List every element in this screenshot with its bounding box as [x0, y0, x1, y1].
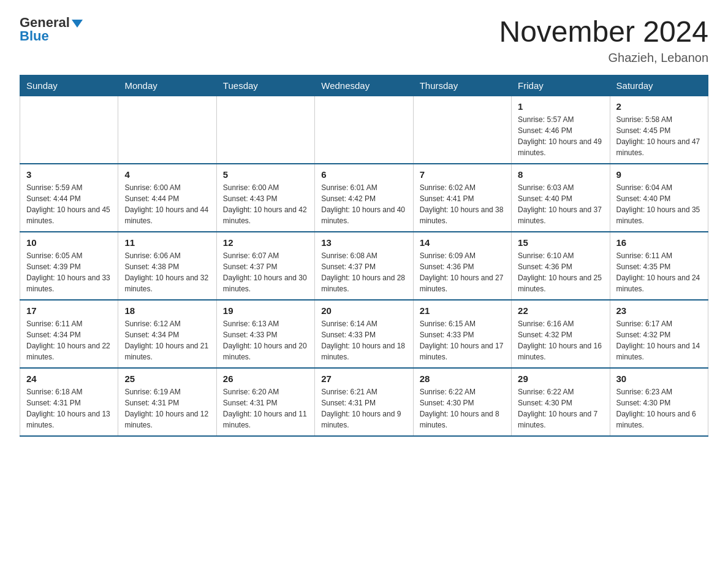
table-row: 25Sunrise: 6:19 AM Sunset: 4:31 PM Dayli…: [118, 368, 216, 436]
table-row: 19Sunrise: 6:13 AM Sunset: 4:33 PM Dayli…: [216, 300, 314, 368]
table-row: 1Sunrise: 5:57 AM Sunset: 4:46 PM Daylig…: [512, 96, 610, 164]
col-sunday: Sunday: [20, 75, 118, 96]
calendar-week-row: 1Sunrise: 5:57 AM Sunset: 4:46 PM Daylig…: [20, 96, 708, 164]
day-info: Sunrise: 6:18 AM Sunset: 4:31 PM Dayligh…: [26, 386, 112, 431]
day-number: 30: [616, 373, 702, 384]
day-number: 12: [223, 237, 308, 248]
day-info: Sunrise: 6:17 AM Sunset: 4:32 PM Dayligh…: [616, 318, 702, 362]
col-saturday: Saturday: [610, 75, 708, 96]
day-number: 18: [124, 305, 210, 316]
calendar-week-row: 10Sunrise: 6:05 AM Sunset: 4:39 PM Dayli…: [20, 232, 708, 300]
calendar-week-row: 17Sunrise: 6:11 AM Sunset: 4:34 PM Dayli…: [20, 300, 708, 368]
table-row: 28Sunrise: 6:22 AM Sunset: 4:30 PM Dayli…: [413, 368, 511, 436]
col-wednesday: Wednesday: [315, 75, 413, 96]
day-info: Sunrise: 5:58 AM Sunset: 4:45 PM Dayligh…: [616, 114, 702, 158]
day-info: Sunrise: 6:22 AM Sunset: 4:30 PM Dayligh…: [420, 386, 505, 431]
day-number: 13: [321, 237, 406, 248]
table-row: [216, 96, 314, 164]
day-number: 8: [518, 169, 603, 180]
day-number: 25: [124, 373, 210, 384]
day-info: Sunrise: 6:23 AM Sunset: 4:30 PM Dayligh…: [616, 386, 702, 431]
table-row: 18Sunrise: 6:12 AM Sunset: 4:34 PM Dayli…: [118, 300, 216, 368]
logo-blue: Blue: [20, 28, 49, 44]
location: Ghazieh, Lebanon: [499, 51, 708, 65]
calendar-week-row: 3Sunrise: 5:59 AM Sunset: 4:44 PM Daylig…: [20, 164, 708, 232]
day-info: Sunrise: 6:22 AM Sunset: 4:30 PM Dayligh…: [518, 386, 603, 431]
day-info: Sunrise: 6:11 AM Sunset: 4:35 PM Dayligh…: [616, 250, 702, 294]
table-row: 3Sunrise: 5:59 AM Sunset: 4:44 PM Daylig…: [20, 164, 118, 232]
day-info: Sunrise: 6:19 AM Sunset: 4:31 PM Dayligh…: [124, 386, 210, 431]
day-number: 10: [26, 237, 112, 248]
col-friday: Friday: [512, 75, 610, 96]
table-row: 27Sunrise: 6:21 AM Sunset: 4:31 PM Dayli…: [315, 368, 413, 436]
day-info: Sunrise: 6:07 AM Sunset: 4:37 PM Dayligh…: [223, 250, 308, 294]
table-row: 16Sunrise: 6:11 AM Sunset: 4:35 PM Dayli…: [610, 232, 708, 300]
day-info: Sunrise: 6:04 AM Sunset: 4:40 PM Dayligh…: [616, 182, 702, 226]
table-row: [315, 96, 413, 164]
table-row: 14Sunrise: 6:09 AM Sunset: 4:36 PM Dayli…: [413, 232, 511, 300]
day-number: 15: [518, 237, 603, 248]
table-row: 22Sunrise: 6:16 AM Sunset: 4:32 PM Dayli…: [512, 300, 610, 368]
day-info: Sunrise: 6:13 AM Sunset: 4:33 PM Dayligh…: [223, 318, 308, 362]
day-number: 5: [223, 169, 308, 180]
day-number: 6: [321, 169, 406, 180]
day-number: 29: [518, 373, 603, 384]
month-title: November 2024: [499, 15, 708, 48]
table-row: 9Sunrise: 6:04 AM Sunset: 4:40 PM Daylig…: [610, 164, 708, 232]
day-info: Sunrise: 6:01 AM Sunset: 4:42 PM Dayligh…: [321, 182, 406, 226]
day-info: Sunrise: 6:00 AM Sunset: 4:43 PM Dayligh…: [223, 182, 308, 226]
table-row: 10Sunrise: 6:05 AM Sunset: 4:39 PM Dayli…: [20, 232, 118, 300]
table-row: 7Sunrise: 6:02 AM Sunset: 4:41 PM Daylig…: [413, 164, 511, 232]
day-number: 11: [124, 237, 210, 248]
day-number: 16: [616, 237, 702, 248]
day-info: Sunrise: 6:14 AM Sunset: 4:33 PM Dayligh…: [321, 318, 406, 362]
day-number: 4: [124, 169, 210, 180]
table-row: 20Sunrise: 6:14 AM Sunset: 4:33 PM Dayli…: [315, 300, 413, 368]
day-number: 27: [321, 373, 406, 384]
page-header: General Blue November 2024 Ghazieh, Leba…: [20, 15, 708, 65]
table-row: 13Sunrise: 6:08 AM Sunset: 4:37 PM Dayli…: [315, 232, 413, 300]
day-number: 20: [321, 305, 406, 316]
calendar-week-row: 24Sunrise: 6:18 AM Sunset: 4:31 PM Dayli…: [20, 368, 708, 436]
day-info: Sunrise: 6:15 AM Sunset: 4:33 PM Dayligh…: [420, 318, 505, 362]
day-info: Sunrise: 6:06 AM Sunset: 4:38 PM Dayligh…: [124, 250, 210, 294]
day-info: Sunrise: 6:00 AM Sunset: 4:44 PM Dayligh…: [124, 182, 210, 226]
table-row: 30Sunrise: 6:23 AM Sunset: 4:30 PM Dayli…: [610, 368, 708, 436]
calendar-table: Sunday Monday Tuesday Wednesday Thursday…: [20, 75, 708, 437]
table-row: [20, 96, 118, 164]
day-number: 1: [518, 101, 603, 112]
day-info: Sunrise: 6:08 AM Sunset: 4:37 PM Dayligh…: [321, 250, 406, 294]
day-number: 17: [26, 305, 112, 316]
day-number: 24: [26, 373, 112, 384]
day-number: 19: [223, 305, 308, 316]
day-number: 7: [420, 169, 505, 180]
col-monday: Monday: [118, 75, 216, 96]
table-row: 6Sunrise: 6:01 AM Sunset: 4:42 PM Daylig…: [315, 164, 413, 232]
table-row: 4Sunrise: 6:00 AM Sunset: 4:44 PM Daylig…: [118, 164, 216, 232]
day-info: Sunrise: 6:10 AM Sunset: 4:36 PM Dayligh…: [518, 250, 603, 294]
day-number: 23: [616, 305, 702, 316]
day-info: Sunrise: 6:05 AM Sunset: 4:39 PM Dayligh…: [26, 250, 112, 294]
day-number: 3: [26, 169, 112, 180]
col-tuesday: Tuesday: [216, 75, 314, 96]
day-info: Sunrise: 6:09 AM Sunset: 4:36 PM Dayligh…: [420, 250, 505, 294]
table-row: [118, 96, 216, 164]
table-row: 15Sunrise: 6:10 AM Sunset: 4:36 PM Dayli…: [512, 232, 610, 300]
table-row: 29Sunrise: 6:22 AM Sunset: 4:30 PM Dayli…: [512, 368, 610, 436]
day-info: Sunrise: 5:57 AM Sunset: 4:46 PM Dayligh…: [518, 114, 603, 158]
day-number: 2: [616, 101, 702, 112]
logo: General Blue: [20, 15, 83, 44]
table-row: 24Sunrise: 6:18 AM Sunset: 4:31 PM Dayli…: [20, 368, 118, 436]
table-row: 23Sunrise: 6:17 AM Sunset: 4:32 PM Dayli…: [610, 300, 708, 368]
table-row: 5Sunrise: 6:00 AM Sunset: 4:43 PM Daylig…: [216, 164, 314, 232]
day-number: 21: [420, 305, 505, 316]
day-number: 28: [420, 373, 505, 384]
day-info: Sunrise: 6:11 AM Sunset: 4:34 PM Dayligh…: [26, 318, 112, 362]
day-info: Sunrise: 5:59 AM Sunset: 4:44 PM Dayligh…: [26, 182, 112, 226]
table-row: 21Sunrise: 6:15 AM Sunset: 4:33 PM Dayli…: [413, 300, 511, 368]
day-info: Sunrise: 6:21 AM Sunset: 4:31 PM Dayligh…: [321, 386, 406, 431]
day-info: Sunrise: 6:20 AM Sunset: 4:31 PM Dayligh…: [223, 386, 308, 431]
day-number: 14: [420, 237, 505, 248]
table-row: [413, 96, 511, 164]
day-number: 22: [518, 305, 603, 316]
